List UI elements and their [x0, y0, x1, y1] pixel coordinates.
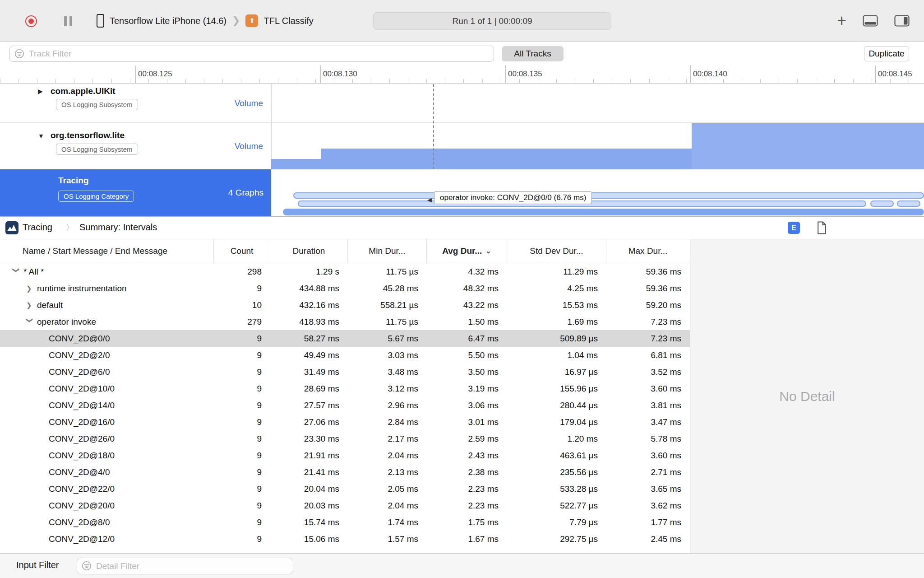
cell-duration: 27.06 ms — [270, 417, 347, 427]
cell-count: 9 — [213, 451, 270, 461]
add-instrument-button[interactable]: + — [837, 13, 846, 29]
toggle-bottom-pane-button[interactable] — [863, 15, 878, 27]
row-name: CONV_2D@22/0 — [49, 484, 115, 494]
cell-min: 2.84 ms — [347, 417, 426, 427]
breadcrumb-page: Summary: Intervals — [79, 222, 157, 233]
table-row[interactable]: CONV_2D@6/0931.49 ms3.48 ms3.50 ms16.97 … — [0, 364, 690, 380]
all-tracks-button[interactable]: All Tracks — [502, 46, 564, 61]
interval-bar[interactable] — [293, 192, 924, 199]
cell-min: 1.57 ms — [347, 534, 426, 544]
cell-min: 2.04 ms — [347, 451, 426, 461]
interval-bar[interactable] — [870, 200, 894, 207]
record-icon — [28, 19, 34, 24]
cell-count: 9 — [213, 484, 270, 494]
table-row[interactable]: CONV_2D@2/0949.49 ms3.03 ms5.50 ms1.04 m… — [0, 347, 690, 364]
bottom-pane-icon — [863, 15, 878, 27]
detail-filter-input[interactable] — [77, 558, 293, 574]
track-name: com.apple.UIKit — [51, 86, 116, 96]
table-row[interactable]: CONV_2D@0/0958.27 ms5.67 ms6.47 ms509.89… — [0, 330, 690, 347]
document-icon — [817, 221, 827, 234]
table-row[interactable]: ❯runtime instrumentation9434.88 ms45.28 … — [0, 280, 690, 297]
cell-std: 155.96 µs — [507, 384, 606, 394]
toggle-right-pane-button[interactable] — [894, 15, 910, 27]
cell-duration: 58.27 ms — [270, 334, 347, 344]
column-header-std[interactable]: Std Dev Dur... — [507, 239, 606, 263]
column-header-count[interactable]: Count — [213, 239, 270, 263]
pause-icon — [64, 16, 67, 26]
disclosure-collapsed-icon[interactable]: ❯ — [26, 301, 37, 309]
table-row[interactable]: CONV_2D@10/0928.69 ms3.12 ms3.19 ms155.9… — [0, 380, 690, 397]
track-header[interactable]: Tracing OS Logging Category 4 Graphs — [0, 169, 271, 216]
track-filter-input[interactable] — [9, 46, 494, 62]
interval-bar[interactable] — [897, 200, 920, 207]
expert-mode-button[interactable]: E — [788, 222, 800, 234]
column-header-avg[interactable]: Avg Dur... ⌄ — [426, 239, 507, 263]
cell-avg: 48.32 ms — [426, 284, 507, 294]
row-name: CONV_2D@12/0 — [49, 534, 115, 544]
cell-std: 1.20 ms — [507, 434, 606, 444]
document-button[interactable] — [817, 221, 827, 236]
pause-button[interactable] — [64, 16, 72, 26]
cell-avg: 1.67 ms — [426, 534, 507, 544]
track-header[interactable]: ▼ org.tensorflow.lite OS Logging Subsyst… — [0, 123, 271, 169]
track-org-tensorflow-lite[interactable]: ▼ org.tensorflow.lite OS Logging Subsyst… — [0, 123, 924, 169]
disclosure-expanded-icon[interactable]: ❯ — [26, 317, 34, 325]
cell-avg: 3.19 ms — [426, 384, 507, 394]
table-row[interactable]: CONV_2D@4/0921.41 ms2.13 ms2.38 ms235.56… — [0, 464, 690, 480]
cell-std: 179.04 µs — [507, 417, 606, 427]
cell-max: 59.36 ms — [606, 267, 689, 277]
row-name: operator invoke — [37, 317, 96, 327]
breadcrumb-root[interactable]: Tracing — [23, 222, 52, 233]
cell-min: 45.28 ms — [347, 284, 426, 294]
cell-max: 7.23 ms — [606, 317, 689, 327]
cell-min: 5.67 ms — [347, 334, 426, 344]
table-row[interactable]: CONV_2D@8/0915.74 ms1.74 ms1.75 ms7.79 µ… — [0, 514, 690, 531]
chevron-right-icon: ❯ — [232, 15, 240, 27]
interval-bar[interactable] — [283, 209, 924, 215]
column-header-name[interactable]: Name / Start Message / End Message — [0, 239, 213, 263]
cell-min: 2.04 ms — [347, 501, 426, 511]
record-button[interactable] — [25, 15, 37, 27]
disclosure-expanded-icon[interactable]: ❯ — [12, 267, 20, 275]
table-row[interactable]: ❯operator invoke279418.93 ms11.75 µs1.50… — [0, 313, 690, 330]
duplicate-button[interactable]: Duplicate — [864, 46, 909, 61]
ruler[interactable]: 00:08.12500:08.13000:08.13500:08.14000:0… — [0, 65, 924, 84]
cell-avg: 3.06 ms — [426, 401, 507, 410]
table-row[interactable]: ❯* All *2981.29 s11.75 µs4.32 ms11.29 ms… — [0, 263, 690, 280]
disclosure-collapsed-icon[interactable]: ❯ — [26, 284, 37, 293]
cell-std: 1.04 ms — [507, 350, 606, 360]
disclosure-expanded-icon[interactable]: ▼ — [38, 132, 44, 140]
track-header[interactable]: ▶ com.apple.UIKit OS Logging Subsystem V… — [0, 84, 271, 122]
filter-icon — [14, 49, 24, 61]
table-row[interactable]: CONV_2D@22/0920.04 ms2.05 ms2.23 ms533.2… — [0, 480, 690, 497]
table-row[interactable]: CONV_2D@20/0920.03 ms2.04 ms2.23 ms522.7… — [0, 497, 690, 514]
cell-duration: 31.49 ms — [270, 367, 347, 377]
cell-count: 10 — [213, 300, 270, 310]
table-row[interactable]: CONV_2D@12/0915.06 ms1.57 ms1.67 ms292.7… — [0, 531, 690, 547]
row-name: CONV_2D@26/0 — [49, 434, 115, 444]
ruler-tick-label: 00:08.130 — [323, 70, 357, 79]
cell-avg: 3.01 ms — [426, 417, 507, 427]
table-row[interactable]: ❯default10432.16 ms558.21 µs43.22 ms15.5… — [0, 297, 690, 313]
target-selector[interactable]: Tensorflow Lite iPhone (14.6) ❯ ⬆ TFL Cl… — [97, 0, 314, 42]
table-row[interactable]: CONV_2D@18/0921.91 ms2.04 ms2.43 ms463.6… — [0, 447, 690, 464]
cell-count: 298 — [213, 267, 270, 277]
track-tracing-selected[interactable]: ◀ operator invoke: CONV_2D@0/0 (6.76 ms)… — [0, 169, 924, 217]
column-header-duration[interactable]: Duration — [270, 239, 347, 263]
disclosure-collapsed-icon[interactable]: ▶ — [38, 88, 43, 95]
filter-icon — [82, 561, 92, 573]
cell-min: 11.75 µs — [347, 317, 426, 327]
table-row[interactable]: CONV_2D@26/0923.30 ms2.17 ms2.59 ms1.20 … — [0, 430, 690, 447]
cell-max: 3.47 ms — [606, 417, 689, 427]
column-header-min[interactable]: Min Dur... — [347, 239, 426, 263]
cell-count: 9 — [213, 517, 270, 527]
track-com-apple-uikit[interactable]: ▶ com.apple.UIKit OS Logging Subsystem V… — [0, 84, 924, 123]
table-row[interactable]: CONV_2D@14/0927.57 ms2.96 ms3.06 ms280.4… — [0, 397, 690, 414]
table-row[interactable]: CONV_2D@16/0927.06 ms2.84 ms3.01 ms179.0… — [0, 414, 690, 430]
cell-avg: 2.59 ms — [426, 434, 507, 444]
cell-count: 9 — [213, 350, 270, 360]
cell-min: 3.12 ms — [347, 384, 426, 394]
cell-avg: 3.50 ms — [426, 367, 507, 377]
column-header-max[interactable]: Max Dur... — [606, 239, 689, 263]
cell-std: 522.77 µs — [507, 501, 606, 511]
